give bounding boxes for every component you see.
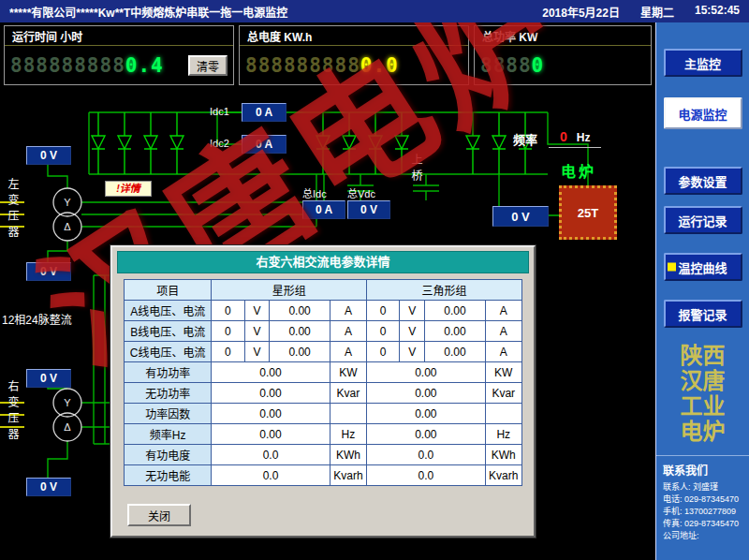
contact-fax: 传真: 029-87345470 [663, 518, 742, 530]
param-value-cell: 0.0 [212, 465, 330, 486]
furnace-label: 电炉 [561, 159, 596, 182]
params-dialog: 右变六相交流电参数详情 项目 星形组 三角形组 A线电压、电流 0 V 0.00… [110, 245, 536, 538]
runtime-led-ghost: 888888888 [10, 54, 125, 77]
param-label-cell: 有功功率 [125, 362, 212, 383]
param-unit-cell [485, 404, 521, 424]
right-voltage-readout: 0 V [492, 206, 549, 227]
param-unit-cell: Kvar [330, 383, 366, 404]
nav-operation-records[interactable]: 运行记录 [664, 206, 742, 234]
param-label-cell: 频率Hz [125, 424, 212, 445]
param-value-cell: 0.00 [212, 383, 330, 404]
contact-mobile: 手机: 13700277809 [663, 506, 742, 518]
rectifier-bridges [92, 112, 532, 174]
param-value-cell: 0 [367, 342, 400, 362]
indicator-square-icon [668, 263, 676, 272]
table-row: 功率因数 0.00 0.00 [125, 404, 522, 424]
param-value-cell: 0.00 [270, 321, 330, 342]
date-display: 2018年5月22日 [542, 4, 620, 20]
nav-main-monitor[interactable]: 主监控 [664, 49, 742, 77]
param-unit-cell: KWh [485, 445, 521, 465]
brand-line: 汉唐 [681, 368, 726, 393]
param-unit-cell: KW [330, 362, 366, 383]
idc2-readout: 0 A [242, 135, 286, 154]
param-value-cell: 0 [367, 301, 400, 321]
nav-temperature-curve[interactable]: 温控曲线 [664, 253, 742, 281]
total-vdc-readout: 0 V [347, 200, 390, 219]
hmi-screen: *****有限公司*****Kw**T中频熔炼炉串联一拖一电源监控 2018年5… [0, 0, 749, 560]
param-label-cell: 功率因数 [125, 404, 212, 424]
upper-bridge-label: 上桥 [408, 154, 424, 202]
star-winding-symbol: Y [64, 397, 71, 408]
param-value-cell: 0.00 [212, 424, 330, 445]
contact-phone: 电话: 029-87345470 [663, 494, 742, 506]
power-led-value: 0 [532, 54, 545, 77]
power-led-ghost: 8888 [480, 54, 532, 77]
total-idc-readout: 0 A [302, 200, 345, 219]
delta-winding-symbol: Δ [64, 421, 71, 433]
param-unit-cell: Kvarh [485, 465, 521, 486]
param-label-cell: 无功功率 [125, 383, 212, 404]
param-unit-cell: KWh [330, 445, 366, 465]
param-value-cell: 0.00 [367, 383, 485, 404]
meter-row: 运行时间 小时 8888888880.4 清零 总电度 KW.h 8888888… [0, 22, 655, 88]
dialog-title: 右变六相交流电参数详情 [117, 251, 529, 273]
energy-meter-panel: 总电度 KW.h 8888888880.0 [239, 25, 469, 85]
param-unit-cell: A [330, 321, 366, 342]
param-value-cell: 0.00 [270, 301, 330, 321]
param-unit-cell [330, 404, 366, 424]
param-value-cell: 0.00 [270, 342, 330, 362]
param-unit-cell: A [485, 342, 521, 362]
frequency-label: 频率 [513, 130, 537, 148]
contact-person: 联系人: 刘盛瑾 [663, 481, 742, 494]
param-unit-cell: V [244, 342, 270, 362]
param-unit-cell: A [330, 342, 366, 362]
table-row: 有功功率 0.00 KW 0.00 KW [125, 362, 522, 383]
brand-text: 陕西 汉唐 工业 电炉 [681, 343, 726, 444]
star-winding-symbol: Y [64, 197, 71, 208]
param-unit-cell: Kvar [485, 383, 521, 404]
contact-address: 公司地址: [663, 530, 742, 542]
param-unit-cell: V [400, 301, 425, 321]
param-value-cell: 0.00 [425, 342, 485, 362]
table-row: A线电压、电流 0 V 0.00 A 0 V 0.00 A [125, 301, 522, 321]
clear-runtime-button[interactable]: 清零 [188, 55, 228, 76]
param-unit-cell: A [485, 321, 521, 342]
param-value-cell: 0.0 [367, 445, 485, 465]
col-header-star: 星形组 [212, 280, 367, 301]
nav-power-monitor[interactable]: 电源监控 [664, 97, 742, 129]
param-unit-cell: A [330, 301, 366, 321]
left-voltage-readout-3: 0 V [26, 369, 71, 388]
param-unit-cell: V [400, 321, 425, 342]
col-header-delta: 三角形组 [367, 280, 522, 301]
param-unit-cell: V [244, 301, 270, 321]
param-value-cell: 0.00 [367, 404, 485, 424]
param-value-cell: 0 [212, 301, 244, 321]
table-row: C线电压、电流 0 V 0.00 A 0 V 0.00 A [125, 342, 522, 362]
left-voltage-readout-1: 0 V [26, 146, 71, 165]
param-value-cell: 0.00 [212, 404, 330, 424]
params-table: 项目 星形组 三角形组 A线电压、电流 0 V 0.00 A 0 V 0.00 … [124, 279, 522, 486]
table-row: 无功功率 0.00 Kvar 0.00 Kvar [125, 383, 522, 404]
details-button[interactable]: !详情 [105, 181, 152, 197]
energy-meter-label: 总电度 KW.h [247, 28, 312, 44]
runtime-meter-panel: 运行时间 小时 8888888880.4 清零 [4, 25, 234, 85]
nav-parameter-settings[interactable]: 参数设置 [664, 167, 742, 195]
rectifier-mode-label: 12相24脉整流 [2, 311, 72, 327]
param-unit-cell: V [244, 321, 270, 342]
runtime-led-value: 0.4 [125, 54, 164, 77]
left-voltage-readout-4: 0 V [26, 478, 71, 496]
close-dialog-button[interactable]: 关闭 [127, 504, 191, 526]
contact-block: 联系我们 联系人: 刘盛瑾 电话: 029-87345470 手机: 13700… [656, 455, 749, 548]
furnace-icon: 25T [559, 185, 617, 240]
param-unit-cell: Hz [485, 424, 521, 445]
param-label-cell: B线电压、电流 [125, 321, 212, 342]
param-value-cell: 0 [212, 321, 244, 342]
contact-title: 联系我们 [663, 462, 742, 478]
param-label-cell: 有功电度 [125, 445, 212, 465]
idc2-label: Idc2 [210, 138, 229, 149]
param-unit-cell: Kvarh [330, 465, 366, 486]
nav-temperature-curve-label: 温控曲线 [678, 258, 727, 276]
nav-alarm-records[interactable]: 报警记录 [664, 300, 742, 328]
datetime-group: 2018年5月22日 星期二 15:52:45 [542, 4, 740, 20]
param-unit-cell: KW [485, 362, 521, 383]
